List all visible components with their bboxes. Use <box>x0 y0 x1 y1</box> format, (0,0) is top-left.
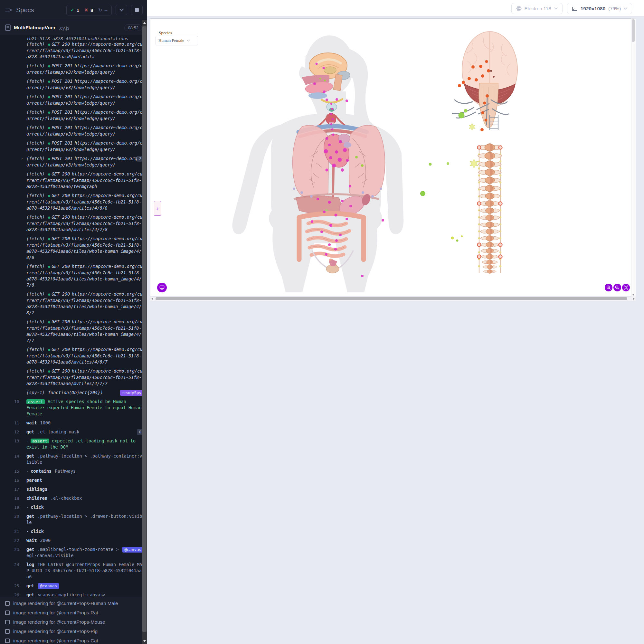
h-scroll-thumb[interactable] <box>156 297 627 300</box>
log-row[interactable]: (fetch)●POST 201https://mapcore-demo.org… <box>0 139 147 154</box>
zoom-in-button[interactable] <box>605 284 612 291</box>
command-name: children <box>26 496 47 501</box>
line-number: 10 <box>14 399 19 405</box>
runner-main: Electron 118 1920x1080 (79%) Species Hum… <box>147 0 644 644</box>
v-scroll-thumb[interactable] <box>632 19 635 42</box>
log-row[interactable]: 21 -click <box>0 527 147 536</box>
event-tag: (fetch) <box>26 140 45 146</box>
log-row[interactable]: 11 wait1000 <box>0 419 147 428</box>
status-dot-icon: ● <box>48 194 50 198</box>
pending-test-row[interactable]: image rendering for @currentProps-Mouse <box>0 617 147 627</box>
log-row[interactable]: readySpy (spy-1)function(Object{204}) <box>0 388 147 397</box>
scroll-right-icon[interactable] <box>633 298 635 300</box>
log-row[interactable]: (fetch)●GET 200https://mapcore-demo.org/… <box>0 40 147 62</box>
scroll-down-icon[interactable] <box>632 294 635 296</box>
expand-chevron-icon[interactable]: › <box>21 155 23 161</box>
zoom-out-button[interactable] <box>613 284 621 291</box>
log-row[interactable]: 17 siblings <box>0 485 147 494</box>
log-row[interactable]: (fetch)●POST 201https://mapcore-demo.org… <box>0 108 147 123</box>
log-row[interactable]: 23 @canvas get.maplibregl-touch-zoom-rot… <box>0 545 147 560</box>
log-row[interactable]: (fetch)●GET 200https://mapcore-demo.org/… <box>0 290 147 317</box>
chevron-down-icon <box>119 9 124 12</box>
pending-test-row[interactable]: image rendering for @currentProps-Cat <box>0 636 147 644</box>
stop-button[interactable] <box>131 5 143 15</box>
command-arg: <canvas.maplibregl-canvas> <box>37 592 105 597</box>
alias-badge: @canvas <box>38 583 59 589</box>
line-number: 18 <box>14 495 19 501</box>
log-row[interactable]: (fetch)●GET 200https://mapcore-demo.org/… <box>0 213 147 234</box>
pending-test-row[interactable]: image rendering for @currentProps-Rat <box>0 608 147 617</box>
scroll-up-icon[interactable] <box>143 22 146 24</box>
zoom-reset-button[interactable] <box>622 284 630 291</box>
log-row[interactable]: 15 -containsPathways <box>0 467 147 476</box>
browser-select[interactable]: Electron 118 <box>511 3 563 14</box>
log-row[interactable]: (fetch)●GET 200https://mapcore-demo.org/… <box>0 234 147 262</box>
event-tag: (fetch) <box>26 368 45 374</box>
log-row[interactable]: 14 get.pathway-location > .pathway-conta… <box>0 452 147 467</box>
log-row[interactable]: 18 children.el-checkbox <box>0 494 147 503</box>
log-row[interactable]: 20 get.pathway-location > .drawer-button… <box>0 512 147 527</box>
pending-test-row[interactable]: image rendering for @currentProps-Pig <box>0 627 147 636</box>
event-tag: (fetch) <box>26 109 45 115</box>
http-status: POST 201 <box>52 79 72 84</box>
pending-test-row[interactable]: image rendering for @currentProps-Human … <box>0 599 147 608</box>
log-row[interactable]: 22 wait2000 <box>0 536 147 545</box>
log-row[interactable]: (fetch)●GET 200https://mapcore-demo.org/… <box>0 191 147 213</box>
status-dot-icon: ● <box>48 292 50 297</box>
request-url: function(Object{204}) <box>48 390 103 395</box>
log-row[interactable]: (fetch)●POST 201https://mapcore-demo.org… <box>0 123 147 139</box>
minimap-toggle-button[interactable] <box>157 283 167 292</box>
log-row[interactable]: 10 assertActive species should be Human … <box>0 397 147 419</box>
log-row[interactable]: (fetch)●GET 200https://mapcore-demo.org/… <box>0 317 147 345</box>
assert-badge: assert <box>31 439 49 443</box>
log-row[interactable]: (fetch)●GET 200https://mapcore-demo.org/… <box>0 262 147 290</box>
log-row[interactable]: 25 get@canvas <box>0 582 147 591</box>
reporter-sidebar: Specs ✓1 ✕8 ↻-- MultiFlatmapVuer .cy.js … <box>0 0 147 644</box>
log-row[interactable]: 13 -assertexpected .el-loading-mask not … <box>0 437 147 452</box>
drawer-open-button[interactable]: › <box>154 201 161 216</box>
specs-menu-icon[interactable] <box>5 7 12 13</box>
aut-vertical-scrollbar[interactable] <box>631 18 636 297</box>
status-dot-icon: ● <box>48 215 50 220</box>
event-tag: (fetch) <box>26 319 45 324</box>
log-row[interactable]: 24 logTHE LATEST @currentProps Human Fem… <box>0 560 147 582</box>
scroll-down-icon[interactable] <box>143 640 146 642</box>
log-row[interactable]: fb21-51f8-a878-4532f041aaa6/annotations <box>0 36 147 40</box>
aut-horizontal-scrollbar[interactable] <box>150 297 636 301</box>
log-row[interactable]: 19 -click <box>0 503 147 512</box>
log-row[interactable]: (fetch)●GET 200https://mapcore-demo.org/… <box>0 345 147 367</box>
pending-test-title: image rendering for @currentProps-Cat <box>13 638 98 643</box>
pending-test-title: image rendering for @currentProps-Pig <box>13 629 98 634</box>
viewport-select[interactable]: 1920x1080 (79%) <box>567 3 632 14</box>
http-status: GET 200 <box>52 368 70 374</box>
chevron-down-icon <box>624 7 627 10</box>
status-dot-icon: ● <box>48 64 50 68</box>
flatmap-canvas[interactable] <box>150 19 631 296</box>
event-tag: (fetch) <box>26 63 45 68</box>
log-row[interactable]: (fetch)●GET 200https://mapcore-demo.org/… <box>0 367 147 388</box>
collapse-all-button[interactable] <box>116 5 127 15</box>
command-arg: .pathway-location > .pathway-container:v… <box>26 453 142 465</box>
log-row[interactable]: (fetch)●POST 201https://mapcore-demo.org… <box>0 77 147 92</box>
log-row[interactable]: 12 0 get.el-loading-mask <box>0 428 147 437</box>
log-row[interactable]: (fetch)●POST 201https://mapcore-demo.org… <box>0 92 147 108</box>
log-row[interactable]: › 2 (fetch)●POST 201https://mapcore-demo… <box>0 154 147 170</box>
scroll-left-icon[interactable] <box>151 298 153 300</box>
spec-file-row[interactable]: MultiFlatmapVuer .cy.js 08:52 <box>0 20 147 35</box>
log-row[interactable]: 26 get<canvas.maplibregl-canvas> <box>0 591 147 597</box>
command-name: wait <box>26 420 37 425</box>
command-name: get <box>26 453 34 459</box>
line-number: 26 <box>14 592 19 597</box>
http-status: POST 201 <box>52 109 72 115</box>
event-tag: (fetch) <box>26 125 45 130</box>
log-row[interactable]: 16 parent <box>0 476 147 485</box>
log-row[interactable]: (fetch)●GET 200https://mapcore-demo.org/… <box>0 170 147 191</box>
http-status: POST 201 <box>52 94 72 99</box>
log-row[interactable]: (fetch)●POST 201https://mapcore-demo.org… <box>0 62 147 77</box>
sidebar-scroll-thumb[interactable] <box>142 26 147 632</box>
test-state-icon <box>5 629 10 634</box>
row-badge: @canvas <box>122 547 143 553</box>
status-dot-icon: ● <box>48 156 50 161</box>
command-arg: .pathway-location > .drawer-button:visib… <box>26 514 142 525</box>
sidebar-scrollbar[interactable] <box>142 20 147 644</box>
